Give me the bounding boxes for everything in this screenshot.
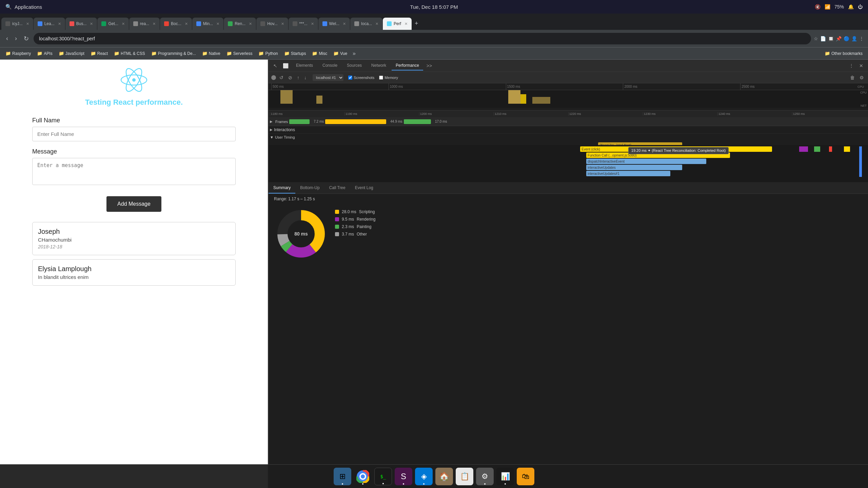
taskbar-settings[interactable]: ⚙ bbox=[476, 468, 494, 485]
bookmark-javascript[interactable]: 📁 JavaScript bbox=[56, 49, 87, 57]
interactions-expand-icon[interactable]: ▶ bbox=[270, 128, 273, 131]
devtools-more-tabs-icon[interactable]: >> bbox=[425, 62, 434, 70]
tab-close-3[interactable]: ✕ bbox=[90, 22, 93, 26]
extension-icon-1[interactable]: 📄 bbox=[820, 36, 826, 41]
tab-1[interactable]: icyJ... ✕ bbox=[1, 18, 33, 30]
cpu-bar-2 bbox=[316, 96, 322, 104]
taskbar-vscode[interactable]: ◈ bbox=[415, 468, 433, 485]
tab-close-5[interactable]: ✕ bbox=[153, 22, 156, 26]
sum-tab-bottomup[interactable]: Bottom-Up bbox=[295, 183, 324, 194]
url-selector[interactable]: localhost #1 bbox=[313, 74, 343, 81]
tab-close-4[interactable]: ✕ bbox=[122, 22, 125, 26]
taskbar-slack[interactable]: S bbox=[395, 468, 412, 485]
dt-tab-console[interactable]: Console bbox=[318, 61, 341, 70]
add-message-button[interactable]: Add Message bbox=[106, 196, 161, 212]
devtools-menu-icon[interactable]: ⋮ bbox=[847, 62, 856, 70]
bookmark-html-css[interactable]: 📁 HTML & CSS bbox=[111, 49, 148, 57]
bookmark-python[interactable]: 📁 Python bbox=[256, 49, 280, 57]
devtools-pointer-icon[interactable]: ↖ bbox=[271, 62, 279, 70]
tab-7[interactable]: Min... ✕ bbox=[192, 18, 223, 30]
tab-10[interactable]: ***... ✕ bbox=[289, 18, 318, 30]
tab-9[interactable]: Hov... ✕ bbox=[256, 18, 288, 30]
memory-checkbox[interactable] bbox=[379, 76, 383, 80]
tick-1500: 1500 ms bbox=[506, 83, 623, 90]
timeline-overview[interactable]: 500 ms 1000 ms 1500 ms 2000 ms 2500 ms C… bbox=[269, 83, 868, 110]
upload-button[interactable]: ↑ bbox=[296, 74, 301, 81]
extension-icon-5[interactable]: 👤 bbox=[851, 36, 857, 41]
more-options-icon[interactable]: ⋮ bbox=[859, 36, 864, 41]
record-button[interactable] bbox=[271, 75, 276, 80]
stop-record-button[interactable]: ⊘ bbox=[287, 74, 294, 81]
delete-recording-button[interactable]: 🗑 bbox=[849, 74, 856, 81]
taskbar-files[interactable]: 🏠 bbox=[435, 468, 453, 485]
tab-3[interactable]: Bus... ✕ bbox=[65, 18, 97, 30]
terminal-dot bbox=[382, 483, 384, 484]
tab-5[interactable]: rea... ✕ bbox=[129, 18, 160, 30]
tab-2[interactable]: Lea... ✕ bbox=[34, 18, 65, 30]
bookmarks-more-button[interactable]: » bbox=[351, 50, 358, 57]
bookmark-vue[interactable]: 📁 Vue bbox=[331, 49, 350, 57]
taskbar-terminal[interactable]: $_ bbox=[374, 468, 392, 485]
forward-button[interactable]: › bbox=[13, 34, 19, 43]
dt-tab-network[interactable]: Network bbox=[367, 61, 390, 70]
tab-4[interactable]: Get... ✕ bbox=[97, 18, 129, 30]
extension-icon-3[interactable]: 📌 bbox=[836, 36, 842, 41]
bookmark-star-icon[interactable]: ☆ bbox=[814, 36, 818, 41]
back-button[interactable]: ‹ bbox=[4, 34, 10, 43]
new-tab-button[interactable]: + bbox=[412, 19, 421, 28]
os-bar-datetime: Tue, Dec 18 5:07 PM bbox=[410, 4, 458, 10]
tab-11[interactable]: Wel... ✕ bbox=[318, 18, 350, 30]
frames-expand-icon[interactable]: ▶ bbox=[270, 120, 273, 123]
reload-button[interactable]: ↻ bbox=[22, 34, 31, 44]
bookmark-react[interactable]: 📁 React bbox=[88, 49, 111, 57]
user-timing-header[interactable]: ▼ User Timing bbox=[269, 134, 868, 141]
bookmark-raspberry[interactable]: 📁 Raspberry bbox=[3, 49, 34, 57]
screenshots-checkbox[interactable] bbox=[348, 76, 352, 80]
tab-6[interactable]: Boc... ✕ bbox=[160, 18, 192, 30]
tab-13-active[interactable]: Perf ✕ bbox=[383, 18, 412, 30]
devtools-box-icon[interactable]: ⬜ bbox=[281, 62, 291, 70]
dt-tab-elements[interactable]: Elements bbox=[292, 61, 317, 70]
tab-close-12[interactable]: ✕ bbox=[375, 22, 378, 26]
tab-close-9[interactable]: ✕ bbox=[281, 22, 284, 26]
refresh-record-button[interactable]: ↺ bbox=[278, 74, 285, 81]
tab-12[interactable]: loca... ✕ bbox=[350, 18, 382, 30]
message-input[interactable] bbox=[32, 158, 236, 185]
sum-tab-calltree[interactable]: Call Tree bbox=[324, 183, 350, 194]
perf-settings-button[interactable]: ⚙ bbox=[858, 74, 865, 81]
folder-icon-serverless: 📁 bbox=[226, 51, 232, 56]
taskbar-notes[interactable]: 📋 bbox=[456, 468, 473, 485]
download-button[interactable]: ↓ bbox=[303, 74, 308, 81]
name-input[interactable] bbox=[32, 127, 236, 141]
devtools-close-icon[interactable]: ✕ bbox=[857, 62, 865, 70]
tab-close-1[interactable]: ✕ bbox=[26, 22, 29, 26]
dt-tab-sources[interactable]: Sources bbox=[343, 61, 366, 70]
vscode-icon: ◈ bbox=[421, 472, 427, 481]
tab-close-6[interactable]: ✕ bbox=[185, 22, 188, 26]
sum-tab-summary[interactable]: Summary bbox=[269, 183, 295, 194]
sum-tab-eventlog[interactable]: Event Log bbox=[350, 183, 378, 194]
taskbar-chrome[interactable] bbox=[354, 468, 372, 485]
extension-icon-2[interactable]: 🔲 bbox=[828, 36, 834, 41]
extension-icon-4[interactable]: 🔵 bbox=[844, 36, 849, 41]
taskbar-monitor[interactable]: 📊 bbox=[496, 468, 514, 485]
tab-close-13[interactable]: ✕ bbox=[405, 22, 408, 26]
bookmark-serverless[interactable]: 📁 Serverless bbox=[224, 49, 255, 57]
bookmark-misc[interactable]: 📁 Misc bbox=[309, 49, 330, 57]
tab-close-8[interactable]: ✕ bbox=[249, 22, 252, 26]
tab-close-11[interactable]: ✕ bbox=[343, 22, 346, 26]
url-input[interactable] bbox=[34, 33, 811, 44]
taskbar-window-manager[interactable]: ⊞ bbox=[334, 468, 351, 485]
tab-close-2[interactable]: ✕ bbox=[58, 22, 61, 26]
bookmark-other[interactable]: 📁 Other bookmarks bbox=[822, 49, 865, 57]
tab-close-10[interactable]: ✕ bbox=[311, 22, 314, 26]
taskbar-store[interactable]: 🛍 bbox=[517, 468, 534, 485]
tab-8[interactable]: Ren... ✕ bbox=[224, 18, 256, 30]
tab-close-7[interactable]: ✕ bbox=[216, 22, 219, 26]
app-menu-label[interactable]: Applications bbox=[15, 4, 42, 10]
bookmark-programming[interactable]: 📁 Programming & De... bbox=[149, 49, 199, 57]
bookmark-native[interactable]: 📁 Native bbox=[199, 49, 223, 57]
bookmark-apis[interactable]: 📁 APIs bbox=[34, 49, 55, 57]
bookmark-startups[interactable]: 📁 Startups bbox=[281, 49, 309, 57]
dt-tab-performance[interactable]: Performance bbox=[392, 61, 423, 70]
